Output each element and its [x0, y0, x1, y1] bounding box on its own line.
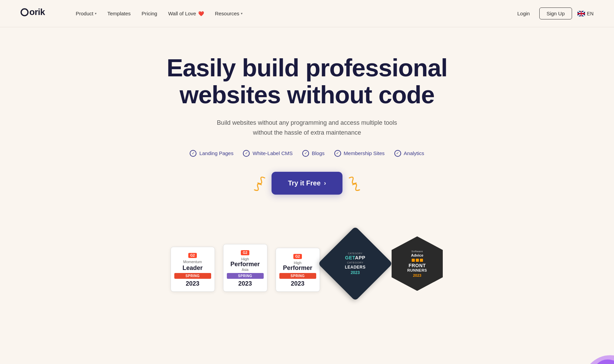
- chevron-down-icon: ▾: [95, 12, 97, 15]
- svg-line-3: [578, 11, 585, 16]
- sa-icon-row: [407, 259, 427, 262]
- svg-rect-7: [581, 11, 582, 16]
- g2-label-3: G2: [293, 254, 302, 259]
- svg-point-0: [21, 9, 28, 16]
- badge-title-3: Performer: [279, 265, 316, 271]
- getapp-leaders-label: LEADERS: [345, 265, 366, 270]
- getapp-content: CATEGORY GetApp CATEGORY LEADERS 2023: [341, 249, 369, 278]
- feature-pill-analytics: ✓ Analytics: [394, 150, 424, 157]
- lang-code: EN: [587, 11, 594, 16]
- badge-year-3: 2023: [279, 280, 316, 287]
- sa-year: 2023: [407, 273, 427, 277]
- squiggle-right-decoration: [346, 173, 373, 193]
- flag-icon: [578, 11, 585, 16]
- badge-title-2: Performer: [227, 261, 264, 267]
- badge-bar-3: SPRING: [279, 273, 316, 279]
- nav-links: Product ▾ Templates Pricing Wall of Love…: [72, 8, 513, 19]
- badge-bar-1: SPRING: [174, 273, 211, 279]
- badge-category-1: Momentum: [174, 260, 211, 264]
- sa-content: Software Advice FRONT RUNNERS 2023: [402, 245, 432, 283]
- logo-svg: orik: [20, 6, 55, 19]
- hero-section: Easily build professional websites witho…: [68, 27, 546, 229]
- feature-pill-white-label: ✓ White-Label CMS: [243, 150, 293, 157]
- heart-icon: ❤️: [198, 11, 204, 16]
- badge-sub-2: Asia: [227, 268, 264, 272]
- try-free-button[interactable]: Try it Free ›: [272, 172, 342, 195]
- login-button[interactable]: Login: [513, 8, 534, 19]
- svg-rect-8: [578, 13, 585, 14]
- signup-button[interactable]: Sign Up: [539, 7, 572, 19]
- nav-item-resources[interactable]: Resources ▾: [211, 8, 247, 19]
- svg-line-4: [578, 11, 585, 16]
- check-icon-landing: ✓: [190, 150, 196, 157]
- getapp-brand: GetApp: [345, 255, 366, 260]
- g2-label-1: G2: [188, 253, 197, 258]
- getapp-year: 2023: [345, 270, 366, 275]
- svg-line-5: [578, 11, 585, 16]
- arrow-icon: ›: [324, 180, 326, 187]
- badge-high-performer-asia: G2 High Performer Asia SPRING 2023: [223, 244, 267, 292]
- svg-rect-10: [578, 13, 585, 14]
- badges-row: G2 Momentum Leader SPRING 2023 G2 High P…: [0, 229, 614, 292]
- badge-high-performer-spring: G2 High Performer SPRING 2023: [276, 248, 320, 292]
- nav-item-product[interactable]: Product ▾: [72, 8, 101, 19]
- nav-item-wall-of-love[interactable]: Wall of Love ❤️: [164, 8, 208, 19]
- hero-subtitle: Build websites without any programming a…: [82, 118, 532, 138]
- badge-software-advice: Software Advice FRONT RUNNERS 2023: [391, 236, 444, 292]
- svg-rect-2: [578, 11, 585, 16]
- feature-pill-blogs: ✓ Blogs: [302, 150, 325, 157]
- check-icon-analytics: ✓: [394, 150, 401, 157]
- nav-item-pricing[interactable]: Pricing: [137, 8, 161, 19]
- language-selector[interactable]: EN: [578, 11, 594, 16]
- nav-item-templates[interactable]: Templates: [103, 8, 135, 19]
- badge-year-2: 2023: [227, 280, 264, 287]
- badge-momentum-leader: G2 Momentum Leader SPRING 2023: [171, 247, 215, 292]
- badge-year-1: 2023: [174, 280, 211, 287]
- svg-rect-9: [581, 11, 582, 16]
- cta-area: Try it Free ›: [82, 172, 532, 195]
- getapp-category-label: CATEGORY: [345, 261, 366, 264]
- svg-line-6: [578, 11, 585, 16]
- squiggle-left-decoration: [241, 173, 268, 193]
- getapp-label: CATEGORY: [345, 252, 366, 255]
- logo[interactable]: orik: [20, 6, 55, 21]
- sa-front-label: FRONT: [407, 263, 427, 268]
- badge-bar-2: SPRING: [227, 273, 264, 279]
- nav-right: Login Sign Up EN: [513, 7, 594, 19]
- sa-top-label: Software: [407, 250, 427, 253]
- check-icon-blogs: ✓: [302, 150, 309, 157]
- sa-runners-label: RUNNERS: [407, 268, 427, 272]
- feature-pill-landing-pages: ✓ Landing Pages: [190, 150, 233, 157]
- check-icon-membership: ✓: [334, 150, 341, 157]
- badge-getapp: CATEGORY GetApp CATEGORY LEADERS 2023: [328, 236, 383, 292]
- chevron-down-icon-2: ▾: [241, 12, 243, 15]
- navbar: orik Product ▾ Templates Pricing Wall of…: [0, 0, 614, 27]
- hero-title: Easily build professional websites witho…: [154, 55, 460, 108]
- feature-pill-membership: ✓ Membership Sites: [334, 150, 385, 157]
- feature-pills: ✓ Landing Pages ✓ White-Label CMS ✓ Blog…: [82, 150, 532, 157]
- g2-label-2: G2: [241, 250, 249, 255]
- sa-brand: Advice: [407, 253, 427, 257]
- badge-title-1: Leader: [174, 265, 211, 271]
- svg-text:orik: orik: [29, 7, 45, 17]
- check-icon-whitelabel: ✓: [243, 150, 250, 157]
- purple-wave-decoration: [546, 330, 614, 364]
